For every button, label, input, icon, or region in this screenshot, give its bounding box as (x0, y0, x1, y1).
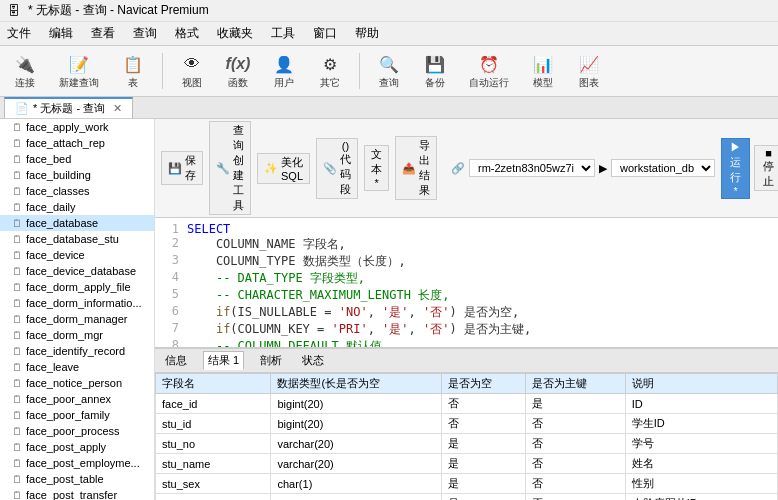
menu-item-查看[interactable]: 查看 (88, 24, 118, 43)
table-icon: 🗒 (12, 362, 22, 373)
table-row[interactable]: stu_id bigint(20) 否 否 学生ID (156, 414, 778, 434)
menu-item-收藏夹[interactable]: 收藏夹 (214, 24, 256, 43)
save-button[interactable]: 💾 保存 (161, 151, 203, 185)
cell-primary: 否 (525, 434, 625, 454)
toolbar-query[interactable]: 🔍 查询 (370, 49, 408, 93)
menu-item-帮助[interactable]: 帮助 (352, 24, 382, 43)
sidebar-item-face-building[interactable]: 🗒 face_building (0, 167, 154, 183)
sql-line-8: 8 -- COLUMN_DEFAULT 默认值, (159, 338, 774, 348)
connection-select[interactable]: rm-2zetn83n05wz7i (469, 159, 595, 177)
run-area: ▶ 运行 * ■ 停止 解释 (721, 138, 778, 199)
sidebar-item-face-post-transfer[interactable]: 🗒 face_post_transfer (0, 487, 154, 500)
toolbar-user[interactable]: 👤 用户 (265, 49, 303, 93)
table-icon: 🗒 (12, 234, 22, 245)
sidebar-item-face-dorm-manager[interactable]: 🗒 face_dorm_manager (0, 311, 154, 327)
cell-primary: 是 (525, 394, 625, 414)
query-tab[interactable]: 📄 * 无标题 - 查询 ✕ (4, 97, 133, 118)
sidebar-item-label: face_dorm_apply_file (26, 281, 131, 293)
export-button[interactable]: 📤 导出结果 (395, 136, 437, 200)
table-row[interactable]: face_id bigint(20) 否 是 ID (156, 394, 778, 414)
sidebar-item-face-post-apply[interactable]: 🗒 face_post_apply (0, 439, 154, 455)
table-icon: 🗒 (12, 202, 22, 213)
table-icon: 🗒 (12, 442, 22, 453)
query-toolbar: 💾 保存 🔧 查询创建工具 ✨ 美化 SQL 📎 () 代码段 文本 * 📤 导… (155, 119, 778, 218)
cell-type: varchar(100) (271, 494, 441, 501)
sidebar-item-face-post-table[interactable]: 🗒 face_post_table (0, 471, 154, 487)
results-tab-profile[interactable]: 剖析 (256, 352, 286, 369)
sidebar-item-face-leave[interactable]: 🗒 face_leave (0, 359, 154, 375)
menu-item-格式[interactable]: 格式 (172, 24, 202, 43)
sidebar-item-face-attach-rep[interactable]: 🗒 face_attach_rep (0, 135, 154, 151)
menu-item-查询[interactable]: 查询 (130, 24, 160, 43)
query-builder-button[interactable]: 🔧 查询创建工具 (209, 121, 251, 215)
code-snippet-button[interactable]: 📎 () 代码段 (316, 138, 358, 199)
toolbar-function[interactable]: f(x) 函数 (219, 49, 257, 93)
text-button[interactable]: 文本 * (364, 145, 389, 191)
connection-icon: 🔗 (451, 162, 465, 175)
results-tab-info[interactable]: 信息 (161, 352, 191, 369)
cell-nullable: 是 (441, 434, 525, 454)
results-area: 信息 结果 1 剖析 状态 字段名 数据类型(长是否为空 是否为空 是否为主键 … (155, 348, 778, 500)
cell-field: stu_name (156, 454, 271, 474)
sidebar-item-face-poor-annex[interactable]: 🗒 face_poor_annex (0, 391, 154, 407)
sidebar-item-face-bed[interactable]: 🗒 face_bed (0, 151, 154, 167)
toolbar-view[interactable]: 👁 视图 (173, 49, 211, 93)
sidebar-item-label: face_dorm_mgr (26, 329, 103, 341)
sidebar-item-face-dorm-information[interactable]: 🗒 face_dorm_informatio... (0, 295, 154, 311)
sidebar-item-face-dorm-apply-file[interactable]: 🗒 face_dorm_apply_file (0, 279, 154, 295)
toolbar-autorun[interactable]: ⏰ 自动运行 (462, 49, 516, 93)
toolbar-chart-label: 图表 (579, 76, 599, 90)
toolbar-other[interactable]: ⚙ 其它 (311, 49, 349, 93)
table-row[interactable]: stu_sex char(1) 是 否 性别 (156, 474, 778, 494)
beautify-button[interactable]: ✨ 美化 SQL (257, 153, 310, 184)
run-button[interactable]: ▶ 运行 * (721, 138, 750, 199)
sql-editor[interactable]: 1 SELECT 2 COLUMN_NAME 字段名, 3 COLUMN_TYP… (155, 218, 778, 348)
tab-close-icon[interactable]: ✕ (113, 102, 122, 115)
table-icon: 🗒 (12, 458, 22, 469)
sidebar-item-face-notice-person[interactable]: 🗒 face_notice_person (0, 375, 154, 391)
results-tab-status[interactable]: 状态 (298, 352, 328, 369)
sidebar-item-label: face_poor_family (26, 409, 110, 421)
menu-item-工具[interactable]: 工具 (268, 24, 298, 43)
table-row[interactable]: stu_no varchar(20) 是 否 学号 (156, 434, 778, 454)
title-bar: 🗄 * 无标题 - 查询 - Navicat Premium (0, 0, 778, 22)
sidebar-item-face-post-employment[interactable]: 🗒 face_post_employme... (0, 455, 154, 471)
database-select[interactable]: workstation_db (611, 159, 715, 177)
toolbar-model[interactable]: 📊 模型 (524, 49, 562, 93)
cell-type: bigint(20) (271, 414, 441, 434)
cell-field: picture_id (156, 494, 271, 501)
other-icon: ⚙ (318, 52, 342, 76)
sidebar-item-face-device-database[interactable]: 🗒 face_device_database (0, 263, 154, 279)
sidebar-item-face-device[interactable]: 🗒 face_device (0, 247, 154, 263)
toolbar-model-label: 模型 (533, 76, 553, 90)
sidebar-item-face-daily[interactable]: 🗒 face_daily (0, 199, 154, 215)
table-row[interactable]: picture_id varchar(100) 是 否 人脸库图片ID (156, 494, 778, 501)
sidebar-item-face-poor-family[interactable]: 🗒 face_poor_family (0, 407, 154, 423)
table-row[interactable]: stu_name varchar(20) 是 否 姓名 (156, 454, 778, 474)
toolbar-chart[interactable]: 📈 图表 (570, 49, 608, 93)
menu-item-文件[interactable]: 文件 (4, 24, 34, 43)
sidebar-item-face-identify-record[interactable]: 🗒 face_identify_record (0, 343, 154, 359)
toolbar-connect[interactable]: 🔌 连接 (6, 49, 44, 93)
table-icon: 🗒 (12, 266, 22, 277)
sidebar-item-face-apply-work[interactable]: 🗒 face_apply_work (0, 119, 154, 135)
menu-item-编辑[interactable]: 编辑 (46, 24, 76, 43)
table-icon: 🗒 (12, 314, 22, 325)
run-icon: ▶ (730, 141, 741, 153)
toolbar-table[interactable]: 📋 表 (114, 49, 152, 93)
toolbar-new-query[interactable]: 📝 新建查询 (52, 49, 106, 93)
sidebar-item-face-database-stu[interactable]: 🗒 face_database_stu (0, 231, 154, 247)
sidebar-item-face-poor-process[interactable]: 🗒 face_poor_process (0, 423, 154, 439)
stop-button[interactable]: ■ 停止 (754, 145, 778, 191)
table-icon: 🗒 (12, 426, 22, 437)
cell-type: char(1) (271, 474, 441, 494)
menu-item-窗口[interactable]: 窗口 (310, 24, 340, 43)
data-table: 字段名 数据类型(长是否为空 是否为空 是否为主键 说明 face_id big… (155, 373, 778, 500)
sidebar-item-face-dorm-mgr[interactable]: 🗒 face_dorm_mgr (0, 327, 154, 343)
results-tab-result1[interactable]: 结果 1 (203, 351, 244, 370)
sql-line-7: 7 if(COLUMN_KEY = 'PRI', '是', '否') 是否为主键… (159, 321, 774, 338)
cell-type: varchar(20) (271, 454, 441, 474)
toolbar-backup[interactable]: 💾 备份 (416, 49, 454, 93)
sidebar-item-face-database[interactable]: 🗒 face_database (0, 215, 154, 231)
sidebar-item-face-classes[interactable]: 🗒 face_classes (0, 183, 154, 199)
